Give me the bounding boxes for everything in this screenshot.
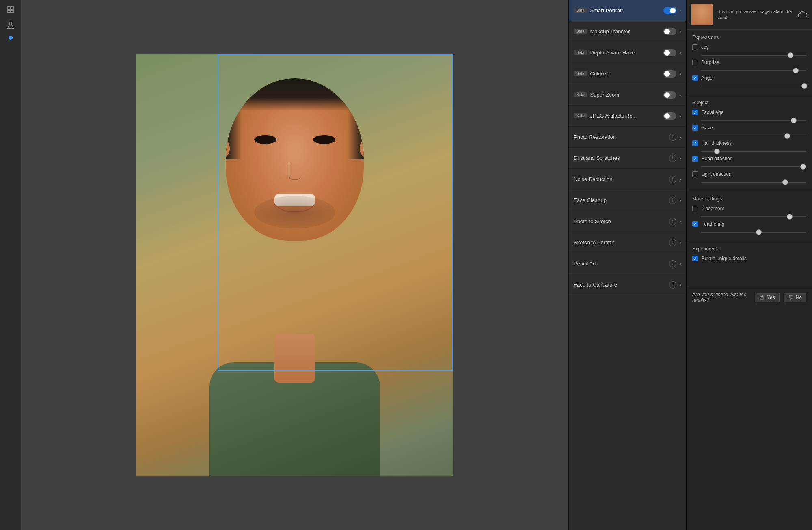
gaze-label: Gaze — [701, 125, 806, 131]
filter-label-jpeg-artifacts: JPEG Artifacts Re... — [590, 113, 663, 119]
thumbs-down-icon — [788, 295, 794, 300]
chevron-sketch-to-portrait: › — [680, 240, 681, 246]
anger-slider-row — [692, 86, 806, 90]
feathering-thumb[interactable] — [756, 229, 762, 235]
hair-thickness-checkbox[interactable] — [692, 140, 698, 146]
feathering-label: Feathering — [701, 221, 806, 227]
mask-settings-title: Mask settings — [692, 196, 806, 202]
filter-item-super-zoom[interactable]: BetaSuper Zoom› — [569, 84, 686, 106]
yes-button[interactable]: Yes — [755, 293, 780, 302]
feedback-row: Are you satisfied with the results? Yes … — [687, 287, 812, 308]
filter-item-face-cleanup[interactable]: Face Cleanupi› — [569, 190, 686, 211]
subject-title: Subject — [692, 100, 806, 106]
joy-thumb[interactable] — [788, 52, 793, 58]
filter-item-noise-reduction[interactable]: Noise Reductioni› — [569, 169, 686, 190]
light-direction-thumb[interactable] — [782, 179, 788, 185]
filter-item-colorize[interactable]: BetaColorize› — [569, 63, 686, 84]
dot-indicator[interactable] — [9, 36, 13, 40]
head-direction-thumb[interactable] — [800, 164, 806, 170]
info-face-cleanup[interactable]: i — [669, 197, 676, 204]
filter-gallery-icon[interactable] — [4, 3, 17, 16]
light-direction-slider[interactable] — [701, 182, 806, 183]
hair-thickness-slider[interactable] — [701, 151, 806, 152]
filter-label-smart-portrait: Smart Portrait — [590, 7, 663, 13]
svg-rect-0 — [8, 7, 10, 9]
toggle-colorize[interactable] — [663, 70, 676, 78]
gaze-thumb[interactable] — [784, 133, 790, 139]
gaze-slider[interactable] — [701, 136, 806, 136]
toggle-depth-aware-haze[interactable] — [663, 49, 676, 56]
info-pencil-art[interactable]: i — [669, 260, 676, 267]
anger-label: Anger — [701, 75, 806, 81]
chevron-jpeg-artifacts: › — [680, 113, 681, 119]
feathering-slider[interactable] — [701, 232, 806, 233]
head-direction-slider[interactable] — [701, 166, 806, 167]
filter-label-photo-to-sketch: Photo to Sketch — [574, 218, 669, 224]
surprise-checkbox[interactable] — [692, 60, 698, 65]
filter-item-pencil-art[interactable]: Pencil Arti› — [569, 253, 686, 274]
filter-item-dust-scratches[interactable]: Dust and Scratchesi› — [569, 148, 686, 169]
joy-checkbox[interactable] — [692, 44, 698, 50]
badge-colorize: Beta — [574, 71, 587, 76]
cloud-icon — [798, 10, 807, 19]
filter-item-photo-to-sketch[interactable]: Photo to Sketchi› — [569, 211, 686, 232]
anger-slider[interactable] — [701, 86, 806, 86]
placement-slider[interactable] — [701, 216, 806, 217]
gaze-checkbox[interactable] — [692, 125, 698, 131]
filter-item-smart-portrait[interactable]: BetaSmart Portrait› — [569, 0, 686, 21]
chevron-makeup-transfer: › — [680, 29, 681, 34]
expressions-section: Expressions Joy Surprise — [687, 30, 812, 95]
feedback-question: Are you satisfied with the results? — [692, 292, 751, 303]
info-dust-scratches[interactable]: i — [669, 155, 676, 162]
placement-thumb[interactable] — [787, 214, 793, 220]
joy-slider[interactable] — [701, 55, 806, 56]
facial-age-checkbox[interactable] — [692, 110, 698, 115]
mask-settings-section: Mask settings Placement Feathering — [687, 191, 812, 241]
filter-item-face-to-caricature[interactable]: Face to Caricaturei› — [569, 274, 686, 295]
toggle-makeup-transfer[interactable] — [663, 28, 676, 35]
no-button[interactable]: No — [784, 293, 806, 302]
surprise-slider[interactable] — [701, 70, 806, 71]
gaze-slider-row — [692, 136, 806, 140]
filter-label-dust-scratches: Dust and Scratches — [574, 155, 669, 161]
filter-item-depth-aware-haze[interactable]: BetaDepth-Aware Haze› — [569, 42, 686, 63]
info-sketch-to-portrait[interactable]: i — [669, 239, 676, 246]
anger-checkbox[interactable] — [692, 75, 698, 81]
info-noise-reduction[interactable]: i — [669, 176, 676, 183]
chevron-face-to-caricature: › — [680, 282, 681, 288]
toggle-super-zoom[interactable] — [663, 91, 676, 99]
filter-item-sketch-to-portrait[interactable]: Sketch to Portraiti› — [569, 232, 686, 253]
toggle-jpeg-artifacts[interactable] — [663, 112, 676, 120]
chevron-noise-reduction: › — [680, 177, 681, 182]
retain-unique-checkbox[interactable] — [692, 256, 698, 261]
head-direction-checkbox[interactable] — [692, 156, 698, 162]
canvas-image — [136, 54, 453, 476]
head-direction-label: Head direction — [701, 156, 806, 162]
info-photo-restoration[interactable]: i — [669, 134, 676, 141]
toolbar-left — [0, 0, 21, 530]
anger-thumb[interactable] — [801, 83, 807, 89]
filter-label-face-cleanup: Face Cleanup — [574, 197, 669, 203]
chevron-pencil-art: › — [680, 261, 681, 267]
surprise-thumb[interactable] — [793, 68, 799, 73]
filter-item-makeup-transfer[interactable]: BetaMakeup Transfer› — [569, 21, 686, 42]
experimental-section: Experimental Retain unique details — [687, 241, 812, 270]
filter-item-photo-restoration[interactable]: Photo Restorationi› — [569, 127, 686, 148]
flask-icon[interactable] — [4, 19, 17, 32]
facial-age-slider[interactable] — [701, 120, 806, 121]
light-direction-checkbox[interactable] — [692, 171, 698, 177]
toggle-smart-portrait[interactable] — [663, 7, 676, 14]
thumbs-up-icon — [759, 295, 765, 300]
info-face-to-caricature[interactable]: i — [669, 281, 676, 289]
placement-checkbox[interactable] — [692, 206, 698, 211]
hair-thickness-thumb[interactable] — [714, 149, 720, 154]
filter-item-jpeg-artifacts[interactable]: BetaJPEG Artifacts Re...› — [569, 106, 686, 127]
light-direction-slider-row — [692, 182, 806, 187]
settings-panel: This filter processes image data in the … — [686, 0, 812, 530]
joy-slider-row — [692, 55, 806, 60]
info-photo-to-sketch[interactable]: i — [669, 218, 676, 225]
feathering-checkbox[interactable] — [692, 221, 698, 227]
filter-list: BetaSmart Portrait›BetaMakeup Transfer›B… — [569, 0, 686, 295]
filter-label-face-to-caricature: Face to Caricature — [574, 282, 669, 288]
facial-age-thumb[interactable] — [791, 118, 797, 123]
